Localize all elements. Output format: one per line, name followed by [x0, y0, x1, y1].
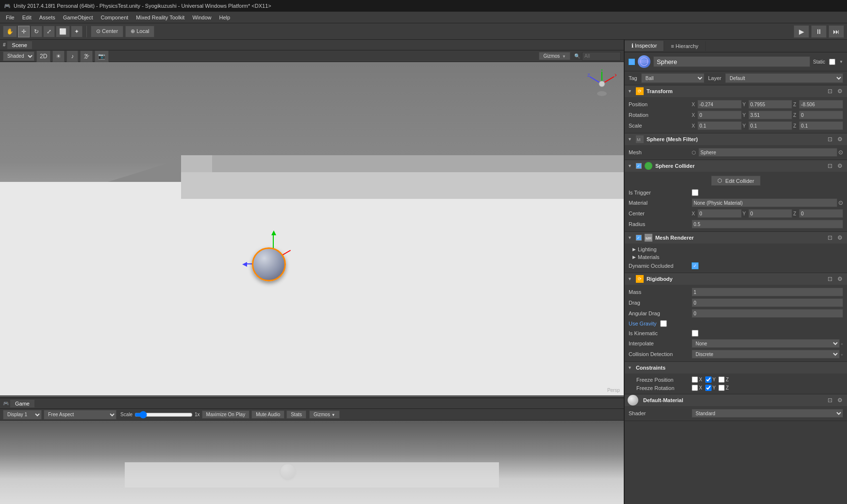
2d-mode-btn[interactable]: 2D	[36, 50, 50, 62]
game-viewport[interactable]	[0, 421, 624, 504]
menu-window[interactable]: Window	[188, 14, 215, 21]
game-gizmos-btn[interactable]: Gizmos ▼	[309, 410, 340, 419]
freeze-pos-y-checkbox[interactable]	[705, 376, 712, 383]
sphere-collider-header[interactable]: ▼ ✓ Sphere Collider ⊡ ⚙	[625, 160, 847, 172]
menu-help[interactable]: Help	[216, 14, 234, 21]
scale-slider[interactable]	[134, 411, 193, 419]
shading-mode-select[interactable]: Shaded	[3, 51, 34, 61]
freeze-pos-z-checkbox[interactable]	[718, 376, 725, 383]
default-material-settings-btn[interactable]: ⊡	[826, 397, 834, 404]
mute-audio-btn[interactable]: Mute Audio	[251, 410, 284, 419]
position-y-input[interactable]	[748, 100, 793, 109]
pivot-mode-btn[interactable]: ⊙ Center	[91, 26, 123, 37]
angular-drag-input[interactable]	[692, 309, 843, 318]
mesh-filter-settings-btn[interactable]: ⊡	[826, 136, 834, 143]
mesh-filter-header[interactable]: ▼ M Sphere (Mesh Filter) ⊡ ⚙	[625, 133, 847, 145]
rotate-tool[interactable]: ↻	[31, 26, 42, 37]
gameobject-name-input[interactable]	[653, 56, 810, 67]
sphere-collider-toggle[interactable]: ✓	[636, 163, 642, 169]
collision-detection-select[interactable]: Discrete	[692, 350, 840, 358]
drag-input[interactable]	[692, 298, 843, 307]
rigidbody-menu-btn[interactable]: ⚙	[836, 276, 844, 282]
position-z-input[interactable]	[799, 100, 843, 109]
menu-edit[interactable]: Edit	[18, 14, 35, 21]
rotation-x-input[interactable]	[698, 111, 742, 119]
mesh-renderer-toggle[interactable]: ✓	[636, 235, 642, 241]
gameobject-enable-checkbox[interactable]	[629, 59, 635, 65]
collider-material-input[interactable]	[692, 198, 837, 207]
scale-z-input[interactable]	[799, 121, 843, 130]
transform-header[interactable]: ▼ ⟳ Transform ⊡ ⚙	[625, 85, 847, 97]
scene-search-input[interactable]	[582, 52, 621, 61]
radius-input[interactable]	[692, 220, 843, 228]
scale-x-input[interactable]	[698, 121, 742, 130]
menu-mixed-reality[interactable]: Mixed Reality Toolkit	[132, 14, 188, 21]
sphere-collider-settings-btn[interactable]: ⊡	[826, 163, 834, 169]
pivot-space-btn[interactable]: ⊕ Local	[125, 26, 154, 37]
menu-component[interactable]: Component	[97, 14, 132, 21]
custom-tool[interactable]: ✦	[71, 26, 83, 37]
lighting-btn[interactable]: ☀	[52, 50, 65, 62]
freeze-rot-y-checkbox[interactable]	[705, 385, 712, 391]
default-material-header[interactable]: Default-Material ⊡ ⚙	[625, 394, 847, 406]
default-material-menu-btn[interactable]: ⚙	[836, 397, 844, 404]
center-z-input[interactable]	[799, 209, 843, 218]
step-button[interactable]: ⏭	[829, 25, 844, 38]
mesh-renderer-header[interactable]: ▼ ✓ MR Mesh Renderer ⊡ ⚙	[625, 232, 847, 244]
static-dropdown-arrow[interactable]: ▼	[839, 60, 843, 64]
rotation-z-input[interactable]	[799, 111, 843, 119]
game-tab[interactable]: Game	[10, 400, 34, 407]
collider-material-select-btn[interactable]: ⊙	[838, 199, 843, 206]
display-select[interactable]: Display 1	[3, 410, 42, 420]
gizmos-btn[interactable]: Gizmos ▼	[539, 52, 570, 60]
use-gravity-label[interactable]: Use Gravity	[629, 321, 656, 326]
menu-assets[interactable]: Assets	[35, 14, 59, 21]
lighting-row[interactable]: ▶ Lighting	[625, 245, 847, 253]
static-checkbox[interactable]	[829, 59, 835, 65]
transform-settings-btn[interactable]: ⊡	[826, 88, 834, 95]
center-y-input[interactable]	[748, 209, 793, 218]
is-kinematic-checkbox[interactable]	[692, 330, 698, 337]
use-gravity-checkbox[interactable]	[660, 320, 667, 327]
scene-tab[interactable]: Scene	[7, 41, 32, 49]
stats-btn[interactable]: Stats	[286, 410, 306, 419]
center-x-input[interactable]	[698, 209, 742, 218]
mesh-value-input[interactable]	[698, 148, 837, 157]
scale-y-input[interactable]	[748, 121, 793, 130]
hierarchy-tab[interactable]: ≡ Hierarchy	[664, 41, 706, 51]
mesh-renderer-menu-btn[interactable]: ⚙	[836, 234, 844, 241]
hand-tool[interactable]: ✋	[3, 26, 17, 37]
mass-input[interactable]	[692, 288, 843, 296]
mesh-filter-menu-btn[interactable]: ⚙	[836, 136, 844, 143]
camera-btn[interactable]: 📷	[95, 50, 109, 62]
scale-tool[interactable]: ⤢	[43, 26, 55, 37]
transform-menu-btn[interactable]: ⚙	[836, 88, 844, 95]
mesh-renderer-settings-btn[interactable]: ⊡	[826, 234, 834, 241]
maximize-on-play-btn[interactable]: Maximize On Play	[202, 410, 250, 419]
rect-tool[interactable]: ⬜	[56, 26, 70, 37]
shader-select[interactable]: Standard	[692, 409, 843, 418]
rigidbody-header[interactable]: ▼ ⟳ Rigidbody ⊡ ⚙	[625, 273, 847, 285]
position-x-input[interactable]	[698, 100, 742, 109]
menu-file[interactable]: File	[2, 14, 18, 21]
pause-button[interactable]: ⏸	[811, 25, 827, 38]
aspect-select[interactable]: Free Aspect	[44, 410, 116, 420]
materials-row[interactable]: ▶ Materials	[625, 253, 847, 261]
play-button[interactable]: ▶	[794, 25, 809, 38]
tag-select[interactable]: Ball	[641, 73, 704, 83]
dynamic-occluded-checkbox[interactable]: ✓	[692, 262, 698, 269]
freeze-pos-x-checkbox[interactable]	[692, 376, 698, 383]
rotation-y-input[interactable]	[748, 111, 793, 119]
effects-btn[interactable]: 🌫	[80, 50, 93, 62]
audio-btn[interactable]: ♪	[66, 50, 78, 62]
interpolate-select[interactable]: None	[692, 339, 840, 348]
inspector-tab[interactable]: ℹ Inspector	[625, 41, 664, 51]
freeze-rot-x-checkbox[interactable]	[692, 385, 698, 391]
is-trigger-checkbox[interactable]	[692, 189, 698, 196]
sphere-collider-menu-btn[interactable]: ⚙	[836, 163, 844, 169]
layer-select[interactable]: Default	[725, 73, 843, 83]
menu-gameobject[interactable]: GameObject	[59, 14, 97, 21]
move-tool[interactable]: ✛	[18, 26, 30, 37]
freeze-rot-z-checkbox[interactable]	[718, 385, 725, 391]
rigidbody-settings-btn[interactable]: ⊡	[826, 276, 834, 282]
